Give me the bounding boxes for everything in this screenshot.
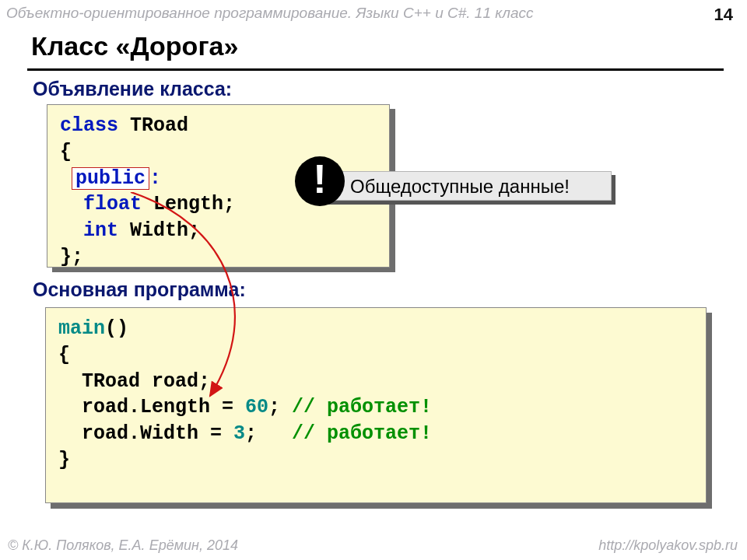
line-width-a: road.Width = bbox=[58, 422, 233, 445]
footer-url: http://kpolyakov.spb.ru bbox=[598, 537, 738, 554]
line-width-b: ; bbox=[245, 422, 292, 445]
line-length-a: road.Length = bbox=[58, 396, 245, 418]
keyword-class: class bbox=[60, 114, 118, 137]
line-troad: TRoad road; bbox=[58, 370, 210, 393]
keyword-float: float bbox=[83, 193, 142, 215]
keyword-int: int bbox=[83, 219, 118, 242]
codebox-main: main() { TRoad road; road.Length = 60; /… bbox=[45, 307, 707, 503]
title-underline bbox=[27, 68, 724, 71]
comment-1: // работает! bbox=[292, 396, 432, 418]
comment-2: // работает! bbox=[292, 422, 432, 445]
brace-close2: } bbox=[58, 449, 70, 471]
colon: : bbox=[149, 167, 161, 190]
section-declaration: Объявление класса: bbox=[33, 78, 232, 100]
section-main-program: Основная программа: bbox=[33, 278, 246, 301]
page-number: 14 bbox=[714, 5, 733, 25]
main-parens: () bbox=[105, 317, 128, 340]
slide-title: Класс «Дорога» bbox=[31, 31, 238, 61]
field-width: Width; bbox=[118, 219, 200, 242]
exclamation-icon: ! bbox=[295, 156, 345, 206]
brace-open: { bbox=[60, 141, 72, 163]
num-60: 60 bbox=[245, 396, 268, 418]
field-length: Length; bbox=[142, 193, 235, 215]
num-3: 3 bbox=[233, 422, 245, 445]
keyword-main: main bbox=[58, 317, 105, 340]
class-name: TRoad bbox=[118, 114, 188, 137]
slide-header: Объектно-ориентированное программировани… bbox=[6, 5, 534, 22]
brace-open2: { bbox=[58, 344, 70, 366]
public-keyword-box: public bbox=[72, 167, 149, 191]
line-length-b: ; bbox=[268, 396, 292, 418]
footer-authors: © К.Ю. Поляков, Е.А. Ерёмин, 2014 bbox=[8, 537, 238, 554]
callout-text: Общедоступные данные! bbox=[350, 176, 570, 198]
brace-close: }; bbox=[60, 246, 83, 268]
